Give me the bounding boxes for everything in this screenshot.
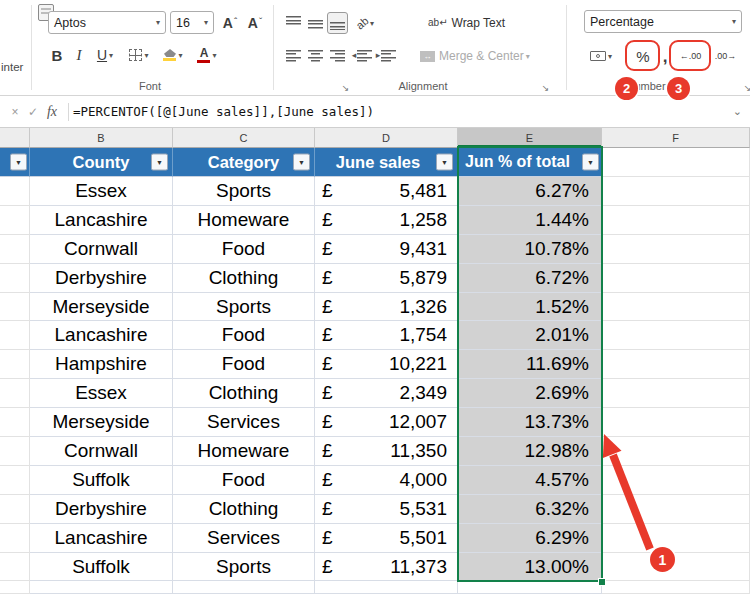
header-cell-category[interactable]: Category ▼ [173, 148, 315, 177]
sales-cell[interactable]: £10,221 [315, 350, 458, 379]
percent-cell[interactable]: 6.72% [458, 264, 602, 293]
middle-align-button[interactable] [305, 12, 326, 34]
county-cell[interactable]: Merseyside [30, 408, 173, 437]
empty-cell[interactable] [602, 408, 750, 437]
category-cell[interactable]: Sports [173, 293, 315, 322]
column-header-f[interactable]: F [602, 128, 750, 148]
category-cell[interactable]: Food [173, 321, 315, 350]
percent-cell[interactable]: 10.78% [458, 235, 602, 264]
column-header-a[interactable] [0, 128, 30, 148]
orientation-button[interactable]: ab ▾ [350, 12, 380, 34]
empty-cell[interactable] [602, 379, 750, 408]
county-cell[interactable]: Essex [30, 177, 173, 206]
header-cell-county[interactable]: County ▼ [30, 148, 173, 177]
fill-color-button[interactable]: ▾ [158, 43, 188, 67]
cell[interactable] [315, 581, 458, 593]
county-cell[interactable]: Essex [30, 379, 173, 408]
county-cell[interactable]: Merseyside [30, 293, 173, 322]
percent-cell[interactable]: 1.44% [458, 206, 602, 235]
header-cell-a[interactable]: ▼ [0, 148, 30, 177]
county-cell[interactable]: Lancashire [30, 321, 173, 350]
filter-button-category[interactable]: ▼ [293, 154, 310, 171]
empty-cell[interactable] [602, 553, 750, 582]
empty-cell[interactable] [602, 177, 750, 206]
cell-a[interactable] [0, 264, 30, 293]
cell-a[interactable] [0, 437, 30, 466]
empty-cell[interactable] [602, 350, 750, 379]
wrap-text-button[interactable]: ab↵ Wrap Text [428, 10, 522, 35]
cell-a[interactable] [0, 408, 30, 437]
sales-cell[interactable]: £9,431 [315, 235, 458, 264]
number-dialog-launcher-icon[interactable]: ↘ [741, 81, 750, 94]
decrease-indent-button[interactable]: ◂ [351, 44, 373, 66]
percent-cell[interactable]: 6.29% [458, 524, 602, 553]
county-cell[interactable]: Lancashire [30, 206, 173, 235]
font-size-combobox[interactable]: 16 ▾ [170, 11, 214, 34]
accounting-format-button[interactable]: ▾ [585, 44, 617, 68]
category-cell[interactable]: Food [173, 235, 315, 264]
formula-input[interactable]: =PERCENTOF([@[June sales]],[June sales]) [73, 104, 374, 119]
cell-a[interactable] [0, 206, 30, 235]
underline-button[interactable]: U ▾ [90, 43, 120, 67]
percent-style-button[interactable]: % [630, 44, 656, 68]
county-cell[interactable]: Hampshire [30, 350, 173, 379]
align-left-button[interactable] [283, 44, 304, 66]
county-cell[interactable]: Lancashire [30, 524, 173, 553]
increase-decimal-button[interactable]: ←.00 [675, 44, 706, 68]
cell-a[interactable] [0, 379, 30, 408]
county-cell[interactable]: Suffolk [30, 466, 173, 495]
decrease-decimal-button[interactable]: .00→ [710, 44, 741, 68]
category-cell[interactable]: Sports [173, 553, 315, 582]
empty-cell[interactable] [602, 495, 750, 524]
county-cell[interactable]: Cornwall [30, 235, 173, 264]
insert-function-icon[interactable]: fx [42, 104, 62, 120]
decrease-font-size-button[interactable]: Aˇ [243, 11, 267, 34]
column-header-e[interactable]: E [458, 128, 602, 148]
county-cell[interactable]: Suffolk [30, 553, 173, 582]
cell[interactable] [458, 581, 602, 593]
percent-cell[interactable]: 11.69% [458, 350, 602, 379]
filter-button-sales[interactable]: ▼ [436, 154, 453, 171]
cell-a[interactable] [0, 581, 30, 593]
percent-cell[interactable]: 2.69% [458, 379, 602, 408]
empty-cell[interactable] [602, 264, 750, 293]
sales-cell[interactable]: £5,481 [315, 177, 458, 206]
percent-cell[interactable]: 4.57% [458, 466, 602, 495]
align-center-button[interactable] [305, 44, 326, 66]
alignment-dialog-launcher-icon[interactable]: ↘ [539, 81, 552, 94]
cell-a[interactable] [0, 553, 30, 582]
empty-cell[interactable] [602, 293, 750, 322]
empty-cell[interactable] [602, 206, 750, 235]
county-cell[interactable]: Derbyshire [30, 264, 173, 293]
number-format-combobox[interactable]: Percentage ▾ [584, 10, 742, 33]
category-cell[interactable]: Clothing [173, 495, 315, 524]
cell[interactable] [30, 581, 173, 593]
percent-cell[interactable]: 13.00% [458, 553, 602, 582]
category-cell[interactable]: Clothing [173, 264, 315, 293]
county-cell[interactable]: Cornwall [30, 437, 173, 466]
font-name-combobox[interactable]: Aptos ▾ [48, 11, 166, 34]
header-cell-percent[interactable]: Jun % of total ▼ [458, 148, 602, 177]
merge-center-button[interactable]: ↔ Merge & Center ▾ [420, 44, 550, 68]
borders-button[interactable]: ▾ [124, 43, 154, 67]
header-cell-f[interactable] [602, 148, 750, 177]
sales-cell[interactable]: £5,531 [315, 495, 458, 524]
percent-cell[interactable]: 13.73% [458, 408, 602, 437]
cancel-icon[interactable]: × [6, 105, 24, 119]
increase-indent-button[interactable]: ▸ [375, 44, 397, 66]
comma-style-button[interactable]: , [659, 46, 671, 68]
empty-cell[interactable] [602, 235, 750, 264]
category-cell[interactable]: Food [173, 350, 315, 379]
empty-cell[interactable] [602, 524, 750, 553]
category-cell[interactable]: Food [173, 466, 315, 495]
cell-a[interactable] [0, 177, 30, 206]
category-cell[interactable]: Homeware [173, 437, 315, 466]
italic-button[interactable]: I [70, 43, 88, 67]
cell-a[interactable] [0, 466, 30, 495]
sales-cell[interactable]: £4,000 [315, 466, 458, 495]
format-painter-partial-label[interactable]: inter [1, 61, 23, 73]
percent-cell[interactable]: 12.98% [458, 437, 602, 466]
sales-cell[interactable]: £5,501 [315, 524, 458, 553]
selection-fill-handle[interactable] [598, 578, 606, 586]
sales-cell[interactable]: £11,373 [315, 553, 458, 582]
